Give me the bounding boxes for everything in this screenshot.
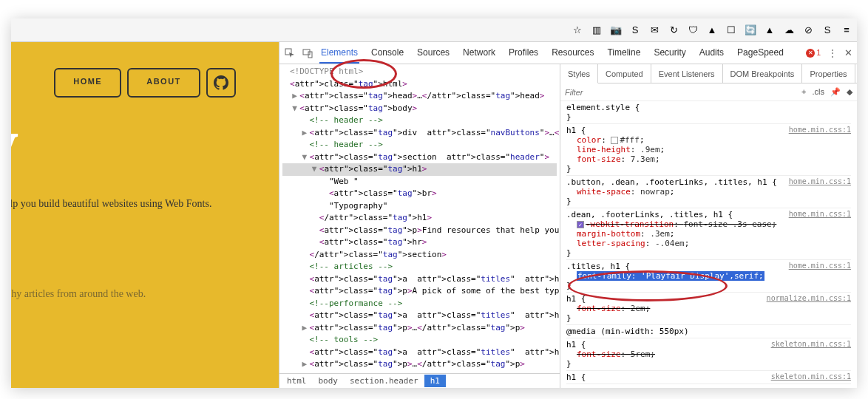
css-rule[interactable]: skeleton.min.css:1h1 { (566, 372, 851, 384)
dom-node[interactable]: ▶<attr">class="tag">p>…</attr">class="ta… (282, 322, 557, 335)
articles-sub: A pick of some of the best typography ar… (11, 288, 279, 300)
css-rule[interactable]: home.min.css:1.titles, h1 {font-family: … (566, 262, 851, 293)
pin-icon[interactable]: 📌 (830, 87, 841, 97)
css-rule[interactable]: element.style {} (566, 103, 851, 124)
dom-node[interactable]: <attr">class="tag">a attr">class="titles… (282, 347, 557, 359)
dom-tree[interactable]: <!DOCTYPE html><attr">class="tag">html> … (279, 64, 560, 373)
styles-tab-computed[interactable]: Computed (598, 64, 651, 83)
css-rule[interactable]: @media (min-width: 550px) (566, 327, 851, 338)
styles-filter-input[interactable] (565, 88, 801, 97)
extension-icon[interactable]: ☆ (572, 24, 583, 36)
cls-toggle[interactable]: .cls (813, 87, 825, 97)
devtools-tab-network[interactable]: Network (461, 43, 497, 64)
extension-icon[interactable]: ▲ (764, 24, 776, 36)
dom-node[interactable]: ▼<attr">class="tag">section attr">class=… (282, 151, 557, 164)
dom-node[interactable]: ▼<attr">class="tag">h1> (282, 163, 557, 176)
css-rule[interactable]: skeleton.min.css:1h1 {font-size: 5rem;} (566, 340, 851, 371)
rendered-page: HOME ABOUT phy Find resources that help … (11, 42, 279, 388)
devtools-tab-security[interactable]: Security (652, 43, 687, 64)
page-subtitle: Find resources that help you build beaut… (11, 198, 279, 210)
devtools-tab-elements[interactable]: Elements (319, 43, 359, 64)
breadcrumb-item[interactable]: body (313, 375, 345, 387)
styles-rules[interactable]: element.style {}home.min.css:1h1 {color:… (560, 101, 857, 388)
extension-icon[interactable]: ▥ (591, 24, 603, 36)
extension-icon[interactable]: ☁ (783, 24, 795, 36)
source-link[interactable]: home.min.css:1 (789, 262, 851, 270)
extension-icon[interactable]: ↻ (668, 24, 679, 36)
dom-node[interactable]: <!-- articles --> (282, 261, 557, 273)
source-link[interactable]: home.min.css:1 (789, 126, 851, 134)
devtools-tab-sources[interactable]: Sources (416, 43, 451, 64)
error-count-badge[interactable]: ✕1 (806, 49, 821, 58)
css-rule[interactable]: home.min.css:1.dean, .footerLinks, .titl… (566, 210, 851, 260)
dom-node[interactable]: <attr">class="tag">p>A pick of some of t… (282, 285, 557, 298)
styles-panel: StylesComputedEvent ListenersDOM Breakpo… (560, 64, 857, 388)
extension-icon[interactable]: ✉ (648, 24, 660, 36)
devtools-panel: ElementsConsoleSourcesNetworkProfilesRes… (279, 42, 857, 388)
dom-node[interactable]: <attr">class="tag">hr> (282, 236, 557, 249)
styles-tab-styles[interactable]: Styles (560, 64, 598, 83)
dom-node[interactable]: ▼<attr">class="tag">body> (282, 103, 557, 115)
nav-home-button[interactable]: HOME (54, 68, 121, 98)
devtools-toolbar: ElementsConsoleSourcesNetworkProfilesRes… (279, 42, 857, 64)
dom-node[interactable]: ▶<attr">class="tag">head>…</attr">class=… (282, 90, 557, 103)
css-rule[interactable]: home.min.css:1.button, .dean, .footerLin… (566, 177, 851, 208)
dom-node[interactable]: </attr">class="tag">h1> (282, 212, 557, 225)
nav-github-button[interactable] (206, 68, 236, 98)
dom-node[interactable]: </attr">class="tag">section> (282, 249, 557, 262)
devtools-tab-timeline[interactable]: Timeline (606, 43, 642, 64)
source-link[interactable]: skeleton.min.css:1 (771, 372, 851, 381)
dom-node[interactable]: "Web " (282, 176, 557, 188)
more-icon[interactable]: ⋮ (828, 48, 837, 58)
dom-node[interactable]: <!DOCTYPE html> (282, 66, 557, 78)
inspect-element-button[interactable] (284, 47, 296, 59)
dom-node[interactable]: <attr">class="tag">p>Find resources that… (282, 225, 557, 237)
extension-icon[interactable]: ▲ (706, 24, 718, 36)
devtools-tab-profiles[interactable]: Profiles (507, 43, 540, 64)
dom-node[interactable]: <attr">class="tag">a attr">class="titles… (282, 273, 557, 286)
extension-icon[interactable]: ☐ (725, 24, 737, 36)
extension-icon[interactable]: ≡ (841, 24, 852, 36)
close-icon[interactable]: ✕ (844, 47, 852, 58)
new-rule-icon[interactable]: + (801, 87, 806, 97)
device-mode-button[interactable] (302, 47, 313, 59)
dom-node[interactable]: "Typography" (282, 200, 557, 213)
breadcrumb-item[interactable]: html (281, 375, 313, 387)
devtools-tab-console[interactable]: Console (370, 43, 405, 64)
extension-icon[interactable]: S (821, 24, 833, 36)
dom-node[interactable]: <attr">class="tag">html> (282, 78, 557, 91)
styles-tab-dom-breakpoints[interactable]: DOM Breakpoints (723, 64, 803, 83)
browser-extension-bar: ☆▥📷S✉↻🛡▲☐🔄▲☁⊘S≡ (11, 18, 857, 42)
devtools-tab-audits[interactable]: Audits (698, 43, 725, 64)
breadcrumb[interactable]: htmlbodysection.headerh1 (279, 373, 560, 388)
dom-node[interactable]: ▶<attr">class="tag">div attr">class="nav… (282, 127, 557, 140)
dom-node[interactable]: <attr">class="tag">a attr">class="titles… (282, 310, 557, 322)
dom-node[interactable]: <!-- header --> (282, 115, 557, 127)
extension-icon[interactable]: 📷 (610, 24, 622, 36)
styles-tab-event-listeners[interactable]: Event Listeners (651, 64, 723, 83)
nav-about-button[interactable]: ABOUT (127, 68, 200, 98)
extension-icon[interactable]: 🔄 (745, 24, 756, 36)
source-link[interactable]: skeleton.min.css:1 (771, 340, 851, 348)
css-rule[interactable]: home.min.css:1h1 {color: #fff;line-heigh… (566, 126, 851, 176)
breadcrumb-item[interactable]: h1 (424, 375, 446, 387)
styles-tab-properties[interactable]: Properties (802, 64, 855, 83)
extension-icon[interactable]: ⊘ (802, 24, 814, 36)
dom-node[interactable]: <attr">class="tag">br> (282, 188, 557, 200)
extension-icon[interactable]: 🛡 (687, 24, 699, 36)
dom-node[interactable]: <!--performance --> (282, 298, 557, 310)
github-icon (214, 75, 228, 90)
css-rule[interactable]: normalize.min.css:1h1 {font-size: 2em;} (566, 294, 851, 325)
articles-heading: s (11, 235, 279, 282)
hov-icon[interactable]: ◆ (847, 87, 852, 97)
breadcrumb-item[interactable]: section.header (344, 375, 424, 387)
extension-icon[interactable]: S (629, 24, 641, 36)
source-link[interactable]: home.min.css:1 (789, 210, 851, 218)
source-link[interactable]: home.min.css:1 (789, 177, 851, 185)
dom-node[interactable]: ▶<attr">class="tag">p>…</attr">class="ta… (282, 358, 557, 371)
devtools-tab-pagespeed[interactable]: PageSpeed (736, 43, 785, 64)
source-link[interactable]: normalize.min.css:1 (767, 294, 851, 302)
devtools-tab-resources[interactable]: Resources (550, 43, 595, 64)
dom-node[interactable]: <!-- header --> (282, 139, 557, 151)
dom-node[interactable]: <!-- tools --> (282, 334, 557, 347)
